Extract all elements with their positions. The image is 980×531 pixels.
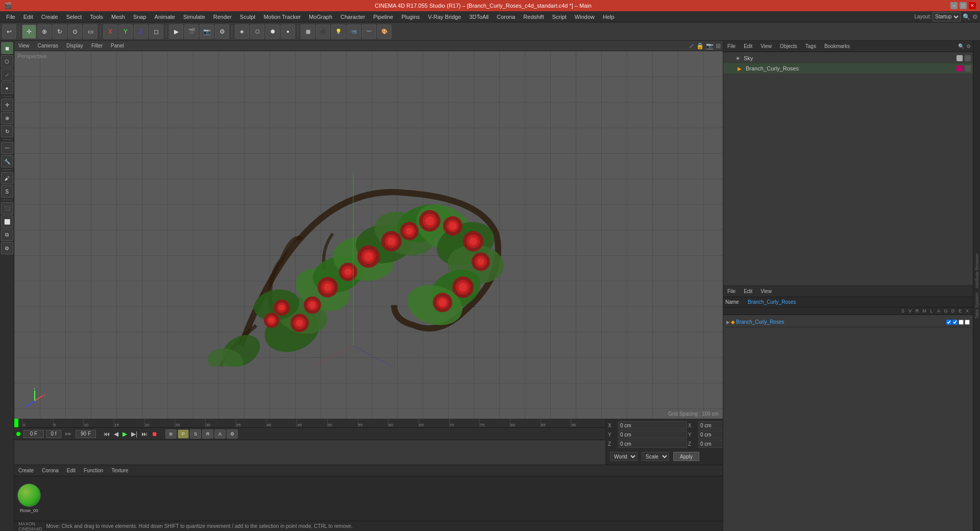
tool-move[interactable]: ✛ xyxy=(1,99,13,111)
end-frame-input[interactable] xyxy=(76,430,96,438)
obj-menu-edit[interactable]: Edit xyxy=(742,43,754,50)
undo-button[interactable]: ↩ xyxy=(2,25,16,39)
mode-edge-btn[interactable]: ⟋ xyxy=(1,68,13,81)
rotate-tool-button[interactable]: ↻ xyxy=(53,25,67,39)
render-preview-btn[interactable]: ▶ xyxy=(169,25,183,39)
branch-render-dot[interactable] xyxy=(965,65,971,71)
settings-icon[interactable]: ⚙ xyxy=(972,13,978,20)
maximize-button[interactable]: □ xyxy=(960,2,967,9)
menu-redshift[interactable]: Redshift xyxy=(519,13,548,21)
play-button[interactable]: ▶ xyxy=(121,430,129,438)
timeline-ruler[interactable]: 0 5 10 15 20 25 30 35 40 45 50 55 60 65 xyxy=(14,419,605,428)
world-select[interactable]: World xyxy=(610,452,638,461)
poly-mode-btn[interactable]: ⬡ xyxy=(250,25,264,39)
menu-create[interactable]: Create xyxy=(37,13,62,21)
menu-mesh[interactable]: Mesh xyxy=(107,13,129,21)
object-mode-btn[interactable]: ◈ xyxy=(235,25,249,39)
apply-button[interactable]: Apply xyxy=(673,452,699,461)
obj-search-icon[interactable]: 🔍 xyxy=(958,43,964,49)
mat-create-btn[interactable]: Create xyxy=(16,467,36,474)
tool-grid[interactable]: ⬛ xyxy=(1,202,13,214)
sky-visibility-dot[interactable] xyxy=(957,55,963,61)
x-axis-btn[interactable]: X xyxy=(103,25,117,39)
viewport-menu-panel[interactable]: Panel xyxy=(109,42,126,49)
attr-checkbox-r[interactable] xyxy=(959,320,964,325)
attr-expand-icon[interactable]: ▶ xyxy=(726,320,730,325)
viewport-menu-view[interactable]: View xyxy=(16,42,32,49)
next-frame-button[interactable]: ▶| xyxy=(130,430,139,438)
z-pos-input[interactable] xyxy=(618,440,687,448)
tool-scale[interactable]: ⊕ xyxy=(1,112,13,124)
render-btn[interactable]: 🎬 xyxy=(184,25,199,39)
select-rect-button[interactable]: ▭ xyxy=(83,25,97,39)
mode-poly-btn[interactable]: ⬡ xyxy=(1,55,13,67)
select-live-button[interactable]: ⊙ xyxy=(68,25,82,39)
spline-btn[interactable]: 〰 xyxy=(362,25,376,39)
take-system-label[interactable]: Take System xyxy=(974,291,979,321)
y-pos-input[interactable] xyxy=(618,430,687,439)
animation-settings-btn[interactable]: ⚙ xyxy=(227,429,238,439)
keyframe-pos-btn[interactable]: P xyxy=(178,429,189,439)
viewport-menu-display[interactable]: Display xyxy=(64,42,85,49)
menu-help[interactable]: Help xyxy=(599,13,619,21)
menu-render[interactable]: Render xyxy=(209,13,236,21)
menu-file[interactable]: File xyxy=(2,13,19,21)
current-frame-input[interactable] xyxy=(23,430,44,438)
mat-texture-btn[interactable]: Texture xyxy=(109,467,130,474)
obj-item-branch[interactable]: ▶ Branch_Curly_Roses xyxy=(723,63,973,74)
point-mode-btn[interactable]: ● xyxy=(281,25,295,39)
layout-select[interactable]: Startup xyxy=(933,12,961,21)
menu-corona[interactable]: Corona xyxy=(493,13,519,21)
material-btn[interactable]: 🎨 xyxy=(377,25,391,39)
menu-mograph[interactable]: MoGraph xyxy=(305,13,336,21)
menu-motion-tracker[interactable]: Motion Tracker xyxy=(259,13,305,21)
menu-snap[interactable]: Snap xyxy=(129,13,151,21)
attr-menu-file[interactable]: File xyxy=(725,288,738,295)
attr-checkbox-s[interactable] xyxy=(946,320,951,325)
y-axis-btn[interactable]: Y xyxy=(118,25,133,39)
keyframe-auto-btn[interactable]: A xyxy=(214,429,226,439)
obj-menu-objects[interactable]: Objects xyxy=(778,43,799,50)
tool-paint[interactable]: 🖌 xyxy=(1,172,13,184)
keyframe-scale-btn[interactable]: S xyxy=(190,429,201,439)
tool-rotate[interactable]: ↻ xyxy=(1,125,13,137)
world-axis-btn[interactable]: ◻ xyxy=(149,25,163,39)
menu-plugins[interactable]: Plugins xyxy=(397,13,424,21)
obj-menu-view[interactable]: View xyxy=(758,43,774,50)
scale-tool-button[interactable]: ⊕ xyxy=(37,25,52,39)
menu-sculpt[interactable]: Sculpt xyxy=(236,13,260,21)
sky-render-dot[interactable] xyxy=(965,55,971,61)
viewport-camera-icon[interactable]: 📷 xyxy=(706,42,714,50)
obj-menu-file[interactable]: File xyxy=(725,43,738,50)
x-pos-input[interactable] xyxy=(618,421,687,429)
render-to-pic-btn[interactable]: 📷 xyxy=(200,25,214,39)
mat-corona-btn[interactable]: Corona xyxy=(40,467,61,474)
tool-grid2[interactable]: ⬜ xyxy=(1,215,13,228)
go-end-button[interactable]: ⏭ xyxy=(140,430,149,438)
material-item-rose[interactable]: Rose_00 xyxy=(16,484,42,514)
menu-pipeline[interactable]: Pipeline xyxy=(369,13,397,21)
obj-settings-icon[interactable]: ⚙ xyxy=(966,43,971,49)
obj-menu-bookmarks[interactable]: Bookmarks xyxy=(822,43,852,50)
tool-magnet[interactable]: S xyxy=(1,185,13,198)
menu-3dtoall[interactable]: 3DToAll xyxy=(465,13,493,21)
render-settings-btn[interactable]: ⚙ xyxy=(215,25,229,39)
search-icon[interactable]: 🔍 xyxy=(963,13,970,20)
attr-checkbox-v[interactable] xyxy=(952,320,958,325)
menu-vray[interactable]: V-Ray Bridge xyxy=(424,13,465,21)
viewport-expand-icon[interactable]: ⤢ xyxy=(689,42,694,50)
attr-menu-edit[interactable]: Edit xyxy=(742,288,754,295)
obj-menu-tags[interactable]: Tags xyxy=(803,43,818,50)
mode-object-btn[interactable]: ◼ xyxy=(1,42,13,54)
menu-script[interactable]: Script xyxy=(548,13,571,21)
attr-menu-view[interactable]: View xyxy=(758,288,774,295)
menu-character[interactable]: Character xyxy=(336,13,369,21)
obj-item-sky[interactable]: ☀ Sky xyxy=(723,53,973,63)
subdivision-btn[interactable]: ▦ xyxy=(301,25,315,39)
camera-btn[interactable]: 📹 xyxy=(347,25,361,39)
menu-edit[interactable]: Edit xyxy=(19,13,37,21)
menu-select[interactable]: Select xyxy=(62,13,86,21)
go-start-button[interactable]: ⏮ xyxy=(102,430,111,438)
viewport-maximize-icon[interactable]: ⊞ xyxy=(716,42,721,50)
attr-browser-label[interactable]: Attribute Browser xyxy=(974,251,979,291)
